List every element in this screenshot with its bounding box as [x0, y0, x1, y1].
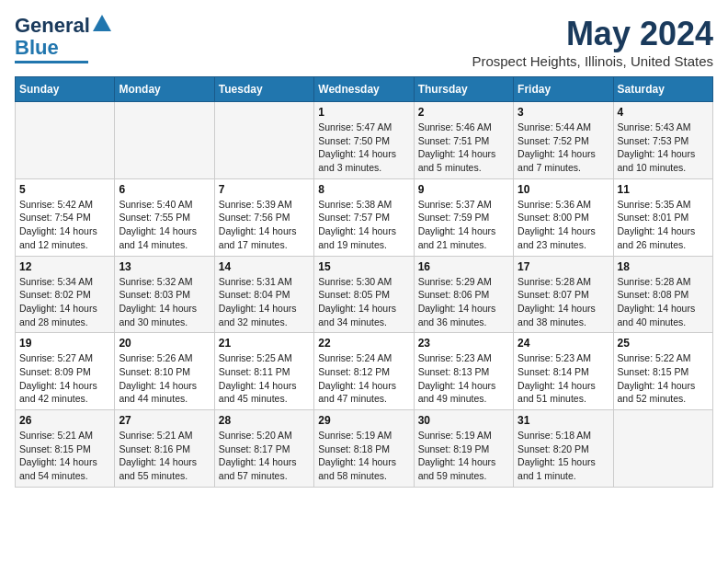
day-number: 8 — [318, 183, 409, 196]
day-number: 14 — [219, 260, 310, 273]
day-info: Sunrise: 5:42 AMSunset: 7:54 PMDaylight:… — [19, 198, 110, 252]
calendar-cell: 1Sunrise: 5:47 AMSunset: 7:50 PMDaylight… — [314, 102, 414, 179]
calendar-cell: 23Sunrise: 5:23 AMSunset: 8:13 PMDayligh… — [414, 333, 513, 410]
day-number: 16 — [418, 260, 509, 273]
logo-general: General — [15, 15, 90, 37]
day-info: Sunrise: 5:21 AMSunset: 8:16 PMDaylight:… — [119, 429, 210, 483]
day-number: 17 — [518, 260, 609, 273]
day-info: Sunrise: 5:46 AMSunset: 7:51 PMDaylight:… — [418, 121, 509, 175]
calendar-cell: 10Sunrise: 5:36 AMSunset: 8:00 PMDayligh… — [514, 178, 613, 256]
day-info: Sunrise: 5:36 AMSunset: 8:00 PMDaylight:… — [518, 198, 609, 252]
week-row-1: 1Sunrise: 5:47 AMSunset: 7:50 PMDaylight… — [16, 102, 713, 179]
day-number: 4 — [618, 106, 709, 119]
day-number: 22 — [318, 337, 409, 350]
day-info: Sunrise: 5:25 AMSunset: 8:11 PMDaylight:… — [219, 351, 310, 406]
calendar-cell: 4Sunrise: 5:43 AMSunset: 7:53 PMDaylight… — [613, 102, 712, 179]
calendar-cell: 17Sunrise: 5:28 AMSunset: 8:07 PMDayligh… — [514, 256, 613, 333]
day-info: Sunrise: 5:44 AMSunset: 7:52 PMDaylight:… — [518, 121, 609, 175]
calendar-cell: 29Sunrise: 5:19 AMSunset: 8:18 PMDayligh… — [314, 410, 414, 488]
day-number: 28 — [219, 414, 310, 427]
day-number: 2 — [418, 106, 509, 119]
calendar-cell: 30Sunrise: 5:19 AMSunset: 8:19 PMDayligh… — [414, 410, 513, 488]
day-info: Sunrise: 5:21 AMSunset: 8:15 PMDaylight:… — [19, 429, 110, 483]
col-header-friday: Friday — [514, 77, 613, 102]
calendar-cell: 21Sunrise: 5:25 AMSunset: 8:11 PMDayligh… — [214, 333, 313, 410]
col-header-wednesday: Wednesday — [314, 77, 414, 102]
calendar-cell: 12Sunrise: 5:34 AMSunset: 8:02 PMDayligh… — [16, 256, 115, 333]
calendar-cell: 22Sunrise: 5:24 AMSunset: 8:12 PMDayligh… — [314, 333, 414, 410]
day-info: Sunrise: 5:23 AMSunset: 8:14 PMDaylight:… — [518, 351, 609, 406]
col-header-saturday: Saturday — [613, 77, 712, 102]
calendar-cell — [115, 102, 214, 179]
day-number: 12 — [19, 260, 110, 273]
day-number: 1 — [318, 106, 409, 119]
calendar-cell: 31Sunrise: 5:18 AMSunset: 8:20 PMDayligh… — [514, 410, 613, 488]
day-info: Sunrise: 5:22 AMSunset: 8:15 PMDaylight:… — [618, 351, 709, 406]
calendar-cell: 6Sunrise: 5:40 AMSunset: 7:55 PMDaylight… — [115, 178, 214, 256]
col-header-monday: Monday — [115, 77, 214, 102]
col-header-sunday: Sunday — [16, 77, 115, 102]
day-info: Sunrise: 5:37 AMSunset: 7:59 PMDaylight:… — [418, 198, 509, 252]
calendar-cell — [16, 102, 115, 179]
day-number: 13 — [119, 260, 210, 273]
location-title: Prospect Heights, Illinois, United State… — [472, 53, 713, 69]
col-header-thursday: Thursday — [414, 77, 513, 102]
calendar-header-row: SundayMondayTuesdayWednesdayThursdayFrid… — [16, 77, 713, 102]
day-number: 11 — [618, 183, 709, 196]
logo-blue: Blue — [15, 37, 59, 59]
svg-marker-0 — [93, 15, 111, 31]
calendar-cell: 26Sunrise: 5:21 AMSunset: 8:15 PMDayligh… — [16, 410, 115, 488]
day-info: Sunrise: 5:23 AMSunset: 8:13 PMDaylight:… — [418, 351, 509, 406]
day-number: 9 — [418, 183, 509, 196]
calendar-cell: 13Sunrise: 5:32 AMSunset: 8:03 PMDayligh… — [115, 256, 214, 333]
day-info: Sunrise: 5:28 AMSunset: 8:08 PMDaylight:… — [618, 275, 709, 329]
day-number: 21 — [219, 337, 310, 350]
page-header: General Blue May 2024 Prospect Heights, … — [15, 15, 713, 69]
day-info: Sunrise: 5:35 AMSunset: 8:01 PMDaylight:… — [618, 198, 709, 252]
month-title: May 2024 — [472, 15, 713, 53]
day-number: 27 — [119, 414, 210, 427]
day-number: 18 — [618, 260, 709, 273]
day-info: Sunrise: 5:30 AMSunset: 8:05 PMDaylight:… — [318, 275, 409, 329]
calendar-cell: 9Sunrise: 5:37 AMSunset: 7:59 PMDaylight… — [414, 178, 513, 256]
day-number: 5 — [19, 183, 110, 196]
day-info: Sunrise: 5:24 AMSunset: 8:12 PMDaylight:… — [318, 351, 409, 406]
day-number: 23 — [418, 337, 509, 350]
day-info: Sunrise: 5:31 AMSunset: 8:04 PMDaylight:… — [219, 275, 310, 329]
day-info: Sunrise: 5:19 AMSunset: 8:18 PMDaylight:… — [318, 429, 409, 483]
day-number: 10 — [518, 183, 609, 196]
week-row-2: 5Sunrise: 5:42 AMSunset: 7:54 PMDaylight… — [16, 178, 713, 256]
day-number: 26 — [19, 414, 110, 427]
day-number: 15 — [318, 260, 409, 273]
day-info: Sunrise: 5:38 AMSunset: 7:57 PMDaylight:… — [318, 198, 409, 252]
day-info: Sunrise: 5:32 AMSunset: 8:03 PMDaylight:… — [119, 275, 210, 329]
day-number: 7 — [219, 183, 310, 196]
logo: General Blue — [15, 15, 111, 63]
calendar-cell: 8Sunrise: 5:38 AMSunset: 7:57 PMDaylight… — [314, 178, 414, 256]
day-info: Sunrise: 5:28 AMSunset: 8:07 PMDaylight:… — [518, 275, 609, 329]
day-info: Sunrise: 5:47 AMSunset: 7:50 PMDaylight:… — [318, 121, 409, 175]
calendar-cell: 16Sunrise: 5:29 AMSunset: 8:06 PMDayligh… — [414, 256, 513, 333]
col-header-tuesday: Tuesday — [214, 77, 313, 102]
calendar-cell: 28Sunrise: 5:20 AMSunset: 8:17 PMDayligh… — [214, 410, 313, 488]
title-section: May 2024 Prospect Heights, Illinois, Uni… — [472, 15, 713, 69]
day-info: Sunrise: 5:39 AMSunset: 7:56 PMDaylight:… — [219, 198, 310, 252]
calendar-table: SundayMondayTuesdayWednesdayThursdayFrid… — [15, 76, 713, 488]
calendar-cell: 11Sunrise: 5:35 AMSunset: 8:01 PMDayligh… — [613, 178, 712, 256]
week-row-3: 12Sunrise: 5:34 AMSunset: 8:02 PMDayligh… — [16, 256, 713, 333]
calendar-cell: 2Sunrise: 5:46 AMSunset: 7:51 PMDaylight… — [414, 102, 513, 179]
calendar-cell: 7Sunrise: 5:39 AMSunset: 7:56 PMDaylight… — [214, 178, 313, 256]
calendar-cell: 24Sunrise: 5:23 AMSunset: 8:14 PMDayligh… — [514, 333, 613, 410]
day-info: Sunrise: 5:34 AMSunset: 8:02 PMDaylight:… — [19, 275, 110, 329]
day-number: 29 — [318, 414, 409, 427]
day-info: Sunrise: 5:20 AMSunset: 8:17 PMDaylight:… — [219, 429, 310, 483]
day-info: Sunrise: 5:40 AMSunset: 7:55 PMDaylight:… — [119, 198, 210, 252]
calendar-cell — [214, 102, 313, 179]
calendar-cell: 27Sunrise: 5:21 AMSunset: 8:16 PMDayligh… — [115, 410, 214, 488]
logo-triangle-icon — [93, 15, 111, 31]
logo-underline — [15, 61, 88, 63]
day-info: Sunrise: 5:27 AMSunset: 8:09 PMDaylight:… — [19, 351, 110, 406]
day-info: Sunrise: 5:43 AMSunset: 7:53 PMDaylight:… — [618, 121, 709, 175]
day-info: Sunrise: 5:19 AMSunset: 8:19 PMDaylight:… — [418, 429, 509, 483]
calendar-cell: 15Sunrise: 5:30 AMSunset: 8:05 PMDayligh… — [314, 256, 414, 333]
